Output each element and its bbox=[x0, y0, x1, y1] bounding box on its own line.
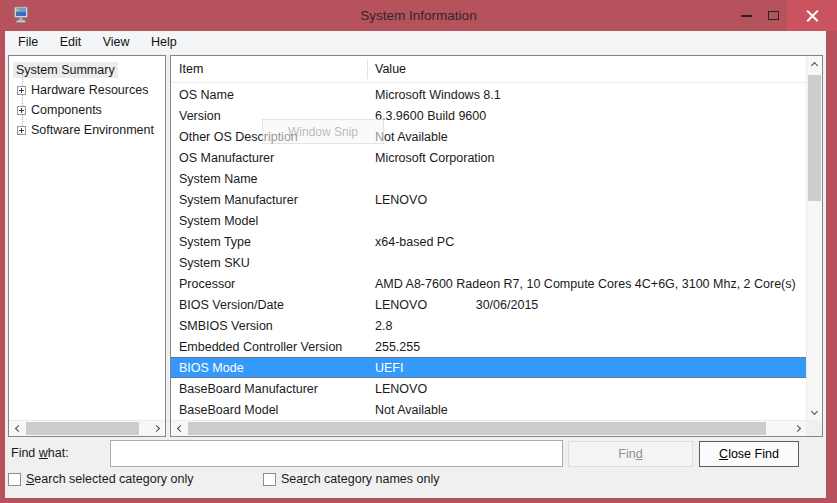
list-row-embedded-controller-version[interactable]: Embedded Controller Version255.255 bbox=[171, 336, 806, 357]
window-snip-tooltip-ghost: Window Snip bbox=[262, 119, 384, 144]
tree-item-label: Components bbox=[31, 103, 102, 117]
tree-horizontal-scrollbar[interactable] bbox=[9, 420, 165, 436]
list-row-smbios-version[interactable]: SMBIOS Version2.8 bbox=[171, 315, 806, 336]
column-separator[interactable] bbox=[367, 59, 368, 79]
tree-item-components[interactable]: Components bbox=[9, 100, 165, 120]
list-row-system-name[interactable]: System Name bbox=[171, 168, 806, 189]
menu-bar: File Edit View Help bbox=[5, 31, 826, 54]
details-list-panel: Item Value OS NameMicrosoft Windows 8.1 … bbox=[170, 55, 823, 437]
search-category-names-label: Search category names only bbox=[281, 472, 439, 486]
scroll-left-icon[interactable] bbox=[171, 421, 187, 436]
maximize-icon bbox=[768, 11, 779, 20]
column-header-item[interactable]: Item bbox=[179, 62, 203, 76]
close-find-button[interactable]: Close Find bbox=[699, 441, 799, 467]
title-bar[interactable]: System Information bbox=[0, 0, 837, 31]
menu-file[interactable]: File bbox=[9, 31, 47, 54]
list-vscroll-thumb[interactable] bbox=[808, 75, 821, 201]
search-selected-category-label: Search selected category only bbox=[26, 472, 193, 486]
list-row-system-model[interactable]: System Model bbox=[171, 210, 806, 231]
expand-plus-icon[interactable] bbox=[17, 126, 26, 135]
list-row-system-manufacturer[interactable]: System ManufacturerLENOVO bbox=[171, 189, 806, 210]
search-selected-category-checkbox[interactable] bbox=[8, 473, 21, 486]
list-row-baseboard-manufacturer[interactable]: BaseBoard ManufacturerLENOVO bbox=[171, 378, 806, 399]
system-information-window: { "window": { "title": "System Informati… bbox=[0, 0, 837, 503]
category-tree: System Summary Hardware Resources Compon… bbox=[9, 56, 165, 140]
minimize-button[interactable] bbox=[733, 0, 760, 31]
scroll-down-icon[interactable] bbox=[807, 404, 822, 420]
menu-help[interactable]: Help bbox=[142, 31, 186, 54]
close-button[interactable] bbox=[787, 0, 837, 31]
search-category-names-checkbox-row: Search category names only bbox=[263, 471, 439, 487]
list-row-baseboard-model[interactable]: BaseBoard ModelNot Available bbox=[171, 399, 806, 420]
list-row-system-type[interactable]: System Typex64-based PC bbox=[171, 231, 806, 252]
maximize-button[interactable] bbox=[760, 0, 787, 31]
window-title: System Information bbox=[0, 0, 837, 31]
list-hscroll-thumb[interactable] bbox=[188, 422, 766, 435]
tree-item-software-environment[interactable]: Software Environment bbox=[9, 120, 165, 140]
search-selected-category-checkbox-row: Search selected category only bbox=[8, 471, 193, 487]
list-row-os-manufacturer[interactable]: OS ManufacturerMicrosoft Corporation bbox=[171, 147, 806, 168]
tree-item-label: Software Environment bbox=[31, 123, 154, 137]
category-tree-panel: System Summary Hardware Resources Compon… bbox=[8, 55, 166, 437]
scroll-right-icon[interactable] bbox=[790, 421, 806, 436]
list-row-processor[interactable]: ProcessorAMD A8-7600 Radeon R7, 10 Compu… bbox=[171, 273, 806, 294]
list-header[interactable]: Item Value bbox=[171, 56, 806, 83]
list-row-bios-mode-selected[interactable]: BIOS ModeUEFI bbox=[171, 357, 806, 378]
expand-plus-icon[interactable] bbox=[17, 106, 26, 115]
list-row-bios-version-date[interactable]: BIOS Version/DateLENOVO 30/06/2015 bbox=[171, 294, 806, 315]
scroll-right-icon[interactable] bbox=[149, 421, 165, 436]
find-what-label: Find what: bbox=[11, 446, 69, 460]
tree-item-hardware-resources[interactable]: Hardware Resources bbox=[9, 80, 165, 100]
menu-view[interactable]: View bbox=[94, 31, 139, 54]
list-row-os-name[interactable]: OS NameMicrosoft Windows 8.1 bbox=[171, 84, 806, 105]
tree-guide-line bbox=[22, 74, 23, 132]
tree-item-label: Hardware Resources bbox=[31, 83, 148, 97]
scroll-up-icon[interactable] bbox=[807, 56, 822, 72]
list-row-system-sku[interactable]: System SKU bbox=[171, 252, 806, 273]
tree-item-system-summary[interactable]: System Summary bbox=[9, 60, 165, 80]
list-horizontal-scrollbar[interactable] bbox=[171, 420, 806, 436]
scrollbar-corner bbox=[806, 420, 822, 436]
minimize-icon bbox=[741, 15, 752, 17]
find-button[interactable]: Find bbox=[568, 441, 693, 467]
tree-hscroll-thumb[interactable] bbox=[26, 422, 139, 435]
window-content: File Edit View Help System Summary Hardw… bbox=[5, 31, 826, 498]
list-vertical-scrollbar[interactable] bbox=[806, 56, 822, 420]
expand-plus-icon[interactable] bbox=[17, 86, 26, 95]
close-icon bbox=[806, 9, 819, 22]
find-what-input[interactable] bbox=[110, 440, 563, 467]
search-category-names-checkbox[interactable] bbox=[263, 473, 276, 486]
scroll-left-icon[interactable] bbox=[9, 421, 25, 436]
menu-edit[interactable]: Edit bbox=[51, 31, 91, 54]
column-header-value[interactable]: Value bbox=[375, 62, 406, 76]
